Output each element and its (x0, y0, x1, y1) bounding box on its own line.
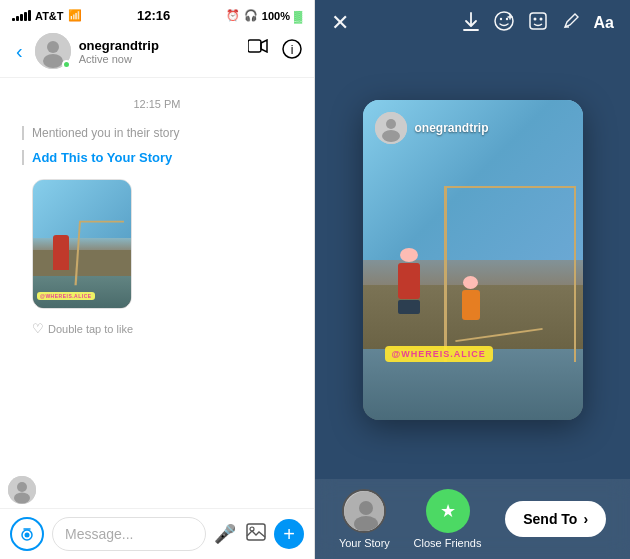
close-friends-avatar (426, 489, 470, 533)
contact-name[interactable]: onegrandtrip (79, 38, 240, 53)
svg-point-26 (382, 130, 400, 142)
status-left: AT&T 📶 (12, 9, 82, 22)
video-call-icon[interactable] (248, 39, 268, 63)
pier-rails (444, 186, 576, 362)
sticker-icon[interactable] (528, 11, 548, 36)
battery-icon: ▓ (294, 10, 302, 22)
story-share-bar: Your Story Close Friends Send To › (315, 479, 630, 559)
svg-point-21 (533, 17, 536, 20)
pier-structure (75, 221, 129, 285)
text-tool-button[interactable]: Aa (594, 14, 614, 32)
plus-button[interactable]: + (274, 519, 304, 549)
message-input-bar: Message... 🎤 + (0, 508, 314, 559)
svg-marker-4 (261, 40, 267, 52)
contact-status: Active now (79, 53, 240, 65)
alarm-icon: ⏰ (226, 9, 240, 22)
your-story-avatar (342, 489, 386, 533)
double-tap-label: Double tap to like (48, 323, 133, 335)
story-username: onegrandtrip (415, 121, 489, 135)
svg-point-25 (386, 119, 396, 129)
close-button[interactable]: ✕ (331, 10, 349, 36)
your-story-label: Your Story (339, 537, 390, 549)
add-to-story-button[interactable]: Add This to Your Story (16, 150, 298, 165)
person-2 (462, 276, 480, 320)
wifi-icon: 📶 (68, 9, 82, 22)
header-info: onegrandtrip Active now (79, 38, 240, 65)
battery-label: 100% (262, 10, 290, 22)
svg-point-9 (14, 493, 30, 504)
plus-icon: + (283, 523, 295, 546)
status-right: ⏰ 🎧 100% ▓ (226, 9, 302, 22)
draw-icon[interactable] (562, 12, 580, 35)
svg-text:i: i (291, 43, 294, 57)
input-action-icons: 🎤 (214, 523, 266, 546)
story-toolbar: ✕ Aa (315, 0, 630, 44)
left-panel: AT&T 📶 12:16 ⏰ 🎧 100% ▓ ‹ onegrandtrip A… (0, 0, 315, 559)
chat-header: ‹ onegrandtrip Active now i (0, 27, 314, 78)
svg-point-28 (359, 501, 373, 515)
person-figure (53, 235, 69, 270)
input-placeholder: Message... (65, 526, 133, 542)
face-add-icon[interactable] (494, 11, 514, 36)
status-bar: AT&T 📶 12:16 ⏰ 🎧 100% ▓ (0, 0, 314, 27)
headphone-icon: 🎧 (244, 9, 258, 22)
camera-button[interactable] (10, 517, 44, 551)
own-avatar-small (8, 476, 36, 504)
toolbar-left: ✕ (331, 10, 349, 36)
story-sticker-small: @WHEREIS.ALICE (37, 292, 95, 300)
svg-point-16 (499, 17, 501, 19)
contact-avatar[interactable] (35, 33, 71, 69)
message-timestamp: 12:15 PM (16, 98, 298, 110)
svg-point-2 (43, 54, 63, 68)
mention-label: Mentioned you in their story (16, 126, 298, 140)
toolbar-right: Aa (462, 11, 614, 36)
story-sticker[interactable]: @WHEREIS.ALICE (385, 346, 493, 362)
clock: 12:16 (137, 8, 170, 23)
heart-icon: ♡ (32, 321, 44, 336)
svg-point-11 (25, 533, 30, 538)
right-panel: ✕ Aa (315, 0, 630, 559)
person-1 (398, 248, 420, 314)
info-icon[interactable]: i (282, 39, 302, 63)
signal-icon (12, 10, 31, 21)
story-large-card[interactable]: onegrandtrip @WHEREIS.ALICE (363, 100, 583, 420)
carrier-label: AT&T (35, 10, 64, 22)
svg-rect-3 (248, 40, 261, 52)
svg-point-17 (505, 17, 507, 19)
microphone-icon[interactable]: 🎤 (214, 523, 236, 546)
download-icon[interactable] (462, 11, 480, 36)
close-friends-label: Close Friends (414, 537, 482, 549)
svg-point-29 (354, 516, 378, 532)
svg-rect-20 (530, 13, 546, 29)
send-to-button[interactable]: Send To › (505, 501, 606, 537)
message-text-input[interactable]: Message... (52, 517, 206, 551)
double-tap-hint: ♡ Double tap to like (32, 321, 298, 336)
story-avatar (375, 112, 407, 144)
your-story-option[interactable]: Your Story (339, 489, 390, 549)
header-actions: i (248, 39, 302, 63)
online-indicator (62, 60, 71, 69)
story-user-overlay: onegrandtrip (375, 112, 489, 144)
story-content-area: onegrandtrip @WHEREIS.ALICE (315, 0, 630, 559)
svg-point-22 (539, 17, 542, 20)
send-chevron-icon: › (583, 511, 588, 527)
story-card-thumbnail[interactable]: @WHEREIS.ALICE (32, 179, 132, 309)
svg-point-1 (47, 41, 59, 53)
svg-point-8 (17, 482, 27, 492)
send-to-label: Send To (523, 511, 577, 527)
back-button[interactable]: ‹ (12, 38, 27, 65)
close-friends-option[interactable]: Close Friends (414, 489, 482, 549)
svg-rect-12 (247, 524, 265, 540)
gallery-icon[interactable] (246, 523, 266, 546)
chat-area: 12:15 PM Mentioned you in their story Ad… (0, 78, 314, 476)
